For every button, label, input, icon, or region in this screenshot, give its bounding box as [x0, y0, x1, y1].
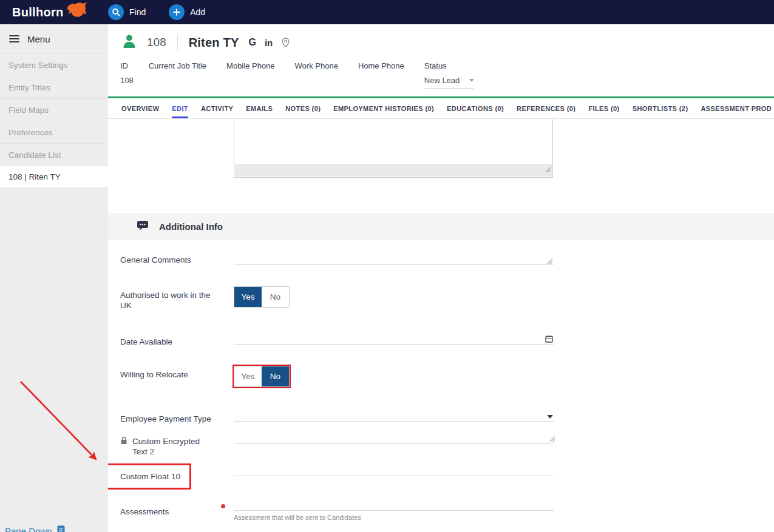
lock-icon: [120, 436, 127, 457]
field-label: Work Phone: [295, 61, 338, 70]
field-label: Employee Payment Type: [108, 414, 234, 424]
tab-edit[interactable]: EDIT: [172, 98, 188, 118]
tab-overview[interactable]: OVERVIEW: [121, 98, 159, 118]
find-label: Find: [129, 7, 146, 17]
tab-bar: OVERVIEW EDIT ACTIVITY EMAILS NOTES (0) …: [108, 96, 774, 119]
tab-assessment-prod[interactable]: ASSESSMENT PROD: [701, 98, 772, 118]
field-label: General Comments: [108, 255, 234, 265]
plus-icon: [169, 4, 185, 20]
add-label: Add: [190, 7, 205, 17]
sidebar-item-candidate-record[interactable]: 108 | Riten TY: [0, 166, 108, 188]
tab-files[interactable]: FILES (0): [588, 98, 619, 118]
toggle-no-button[interactable]: No: [262, 366, 289, 386]
summary-field-mobile-phone: Mobile Phone: [226, 61, 275, 89]
toggle-yes-button[interactable]: Yes: [234, 366, 262, 386]
calendar-icon[interactable]: [545, 335, 553, 343]
additional-info-form: General Comments Authorised to work in t…: [108, 240, 774, 521]
field-label: Custom Encrypted Text 2: [132, 436, 200, 457]
google-icon[interactable]: G: [248, 37, 256, 48]
summary-field-work-phone: Work Phone: [295, 61, 338, 89]
custom-encrypted-text-2-input[interactable]: [234, 436, 554, 444]
form-row-date-available: Date Available: [108, 337, 774, 347]
willing-to-relocate-toggle: Yes No: [234, 366, 290, 387]
document-icon: [57, 525, 65, 532]
record-name: Riten TY: [189, 36, 239, 50]
custom-float-10-input[interactable]: [234, 463, 554, 476]
field-label: Willing to Relocate: [108, 366, 234, 380]
record-header: 108 Riten TY G in ID 108 Curr: [108, 24, 774, 89]
form-row-general-comments: General Comments: [108, 255, 774, 265]
form-row-custom-encrypted-text-2: Custom Encrypted Text 2: [108, 436, 774, 457]
annotation-highlight-box: Custom Float 10: [108, 463, 191, 490]
sidebar-item-field-maps[interactable]: Field Maps: [0, 98, 108, 121]
textarea-resize-icon[interactable]: [549, 434, 555, 445]
summary-field-home-phone: Home Phone: [358, 61, 404, 89]
field-label: Home Phone: [358, 61, 404, 70]
tab-activity[interactable]: ACTIVITY: [201, 98, 233, 118]
search-icon: [108, 4, 124, 20]
find-button[interactable]: Find: [108, 4, 146, 20]
menu-label: Menu: [27, 34, 50, 44]
tab-employment-histories[interactable]: EMPLOYMENT HISTORIES (0): [333, 98, 434, 118]
tab-references[interactable]: REFERENCES (0): [517, 98, 575, 118]
sidebar-item-candidate-list[interactable]: Candidate List: [0, 143, 108, 166]
textarea-resize-icon[interactable]: [545, 164, 551, 175]
summary-field-id: ID 108: [120, 61, 134, 89]
record-id: 108: [147, 36, 166, 49]
form-row-authorised-to-work: Authorised to work in the UK Yes No: [108, 286, 774, 311]
summary-field-status: Status New Lead: [424, 61, 475, 89]
toggle-yes-button[interactable]: Yes: [234, 287, 262, 307]
authorised-to-work-toggle: Yes No: [234, 286, 290, 308]
form-row-employee-payment-type: Employee Payment Type: [108, 414, 774, 424]
tab-emails[interactable]: EMAILS: [246, 98, 273, 118]
toggle-no-button[interactable]: No: [262, 287, 289, 307]
field-label: Assessments: [108, 503, 234, 517]
candidate-avatar-icon: [121, 33, 137, 52]
sidebar-bottom-partial-link[interactable]: Page Down: [5, 525, 65, 532]
field-label: Current Job Title: [149, 61, 206, 70]
form-row-custom-float-10: Custom Float 10: [108, 463, 774, 490]
summary-field-current-job-title: Current Job Title: [149, 61, 206, 89]
sidebar: Menu System Settings Entity Titles Field…: [0, 24, 108, 532]
form-row-willing-to-relocate: Willing to Relocate Yes No: [108, 366, 774, 387]
assessments-helper-text: Assessment that will be sent to Candidat…: [234, 514, 554, 521]
field-label: Status: [424, 61, 475, 70]
sidebar-item-preferences[interactable]: Preferences: [0, 121, 108, 143]
top-bar: Bullhorn Find Add: [0, 0, 774, 24]
main-panel: 108 Riten TY G in ID 108 Curr: [108, 24, 774, 532]
menu-icon: [9, 33, 19, 44]
field-label: Date Available: [108, 337, 234, 347]
menu-button[interactable]: Menu: [0, 24, 108, 53]
field-label: Mobile Phone: [226, 61, 275, 70]
comments-editor[interactable]: [234, 119, 553, 178]
date-available-input[interactable]: [234, 337, 554, 345]
status-chevron-icon: [469, 79, 474, 82]
status-value: New Lead: [424, 76, 460, 85]
employee-payment-type-select[interactable]: [234, 414, 554, 422]
editor-footer-strip: [235, 164, 552, 177]
sidebar-item-system-settings[interactable]: System Settings: [0, 53, 108, 76]
textarea-resize-icon[interactable]: [546, 256, 553, 267]
tab-shortlists[interactable]: SHORTLISTS (2): [633, 98, 688, 118]
additional-info-section-header: Additional Info: [108, 213, 774, 240]
logo-text: Bullhorn: [12, 5, 64, 19]
tab-educations[interactable]: EDUCATIONS (0): [447, 98, 504, 118]
tab-notes[interactable]: NOTES (0): [285, 98, 321, 118]
section-title: Additional Info: [159, 221, 223, 232]
comment-icon: [137, 220, 149, 233]
general-comments-input[interactable]: [234, 255, 554, 265]
add-button[interactable]: Add: [169, 4, 205, 20]
sidebar-item-entity-titles[interactable]: Entity Titles: [0, 76, 108, 98]
assessments-input[interactable]: [234, 503, 554, 511]
select-chevron-icon[interactable]: [547, 415, 553, 419]
summary-fields: ID 108 Current Job Title Mobile Phone Wo…: [108, 61, 774, 89]
field-value: 108: [120, 76, 134, 85]
form-row-assessments: Assessments Assessment that will be sent…: [108, 503, 774, 521]
location-pin-icon[interactable]: [282, 38, 290, 47]
bottom-link-label: Page Down: [5, 526, 52, 532]
status-dropdown[interactable]: New Lead: [424, 76, 475, 89]
field-label: Authorised to work in the UK: [108, 286, 234, 311]
bull-logo-icon: [66, 2, 87, 21]
linkedin-icon[interactable]: in: [265, 38, 273, 48]
bullhorn-logo[interactable]: Bullhorn: [0, 4, 108, 21]
